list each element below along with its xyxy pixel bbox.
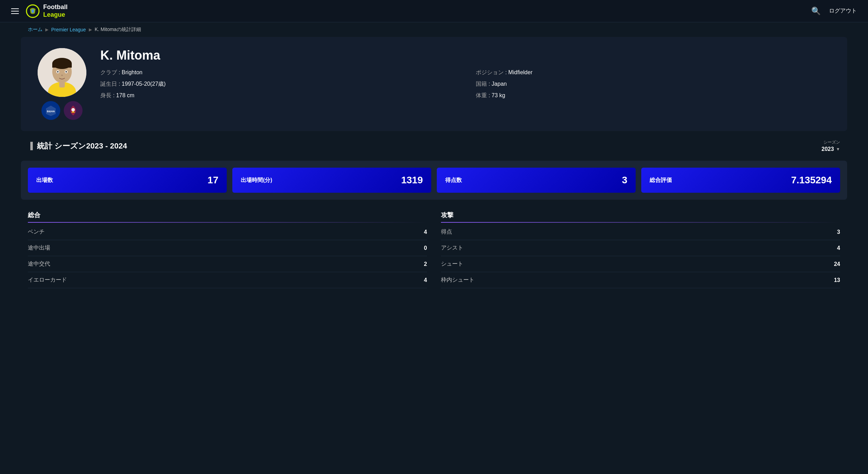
table-row: アシスト 4 xyxy=(441,240,840,256)
stat-card: 総合評価 7.135294 xyxy=(641,168,840,193)
breadcrumb-current: K. Mitomaの統計詳細 xyxy=(95,26,141,33)
breadcrumb-home[interactable]: ホーム xyxy=(28,26,42,33)
breadcrumb: ホーム ▶ Premier League ▶ K. Mitomaの統計詳細 xyxy=(0,22,868,37)
row-label: 得点 xyxy=(441,228,452,236)
season-dropdown[interactable]: 2023 ▼ xyxy=(822,146,840,152)
row-value: 4 xyxy=(424,277,427,283)
breadcrumb-sep-1: ▶ xyxy=(45,27,48,32)
player-avatar-svg xyxy=(38,48,86,97)
player-info: K. Mitoma クラブ : Brighton ポジション : Midfiel… xyxy=(100,48,830,99)
stat-cards: 出場数 17 出場時間(分) 1319 得点数 3 総合評価 7.135294 xyxy=(21,161,847,200)
stats-title: 統計 シーズン2023 - 2024 xyxy=(37,141,127,151)
stat-card-label: 出場数 xyxy=(36,177,53,184)
attack-stats-title: 攻撃 xyxy=(441,211,840,219)
player-position: ポジション : Midfielder xyxy=(476,69,830,76)
row-label: シュート xyxy=(441,260,463,268)
stats-tables: 総合 ベンチ 4 途中出場 0 途中交代 2 イエローカード 4 攻撃 得点 3… xyxy=(21,211,847,288)
logo-text: Football League xyxy=(43,3,68,18)
svg-point-11 xyxy=(61,75,63,76)
player-birthday: 誕生日 : 1997-05-20(27歳) xyxy=(100,81,455,88)
row-value: 0 xyxy=(424,245,427,251)
row-value: 3 xyxy=(837,229,840,235)
row-label: イエローカード xyxy=(28,276,67,284)
season-label: シーズン xyxy=(823,139,840,145)
row-label: 枠内シュート xyxy=(441,276,474,284)
player-clubs: B&HA xyxy=(41,101,83,120)
row-label: 途中交代 xyxy=(28,260,50,268)
hamburger-menu[interactable] xyxy=(11,8,19,14)
stat-card-label: 総合評価 xyxy=(650,177,672,184)
breadcrumb-sep-2: ▶ xyxy=(89,27,92,32)
stat-card-value: 1319 xyxy=(401,175,423,186)
stat-card: 出場数 17 xyxy=(28,168,227,193)
svg-text:B&HA: B&HA xyxy=(47,110,55,113)
table-row: 途中交代 2 xyxy=(28,256,427,272)
player-weight: 体重 : 73 kg xyxy=(476,92,830,99)
logo-icon xyxy=(26,4,40,18)
general-divider xyxy=(28,222,427,223)
brighton-badge: B&HA xyxy=(41,101,60,120)
row-label: アシスト xyxy=(441,244,463,252)
stats-section: ▐ 統計 シーズン2023 - 2024 シーズン 2023 ▼ 出場数 17 … xyxy=(21,131,847,297)
stat-card-value: 3 xyxy=(622,175,627,186)
table-row: イエローカード 4 xyxy=(28,272,427,288)
stat-card-value: 7.135294 xyxy=(791,175,832,186)
stat-card: 出場時間(分) 1319 xyxy=(232,168,431,193)
player-avatar xyxy=(38,48,86,97)
row-label: 途中出場 xyxy=(28,244,50,252)
logout-button[interactable]: ログアウト xyxy=(829,7,857,15)
row-value: 13 xyxy=(834,277,840,283)
search-button[interactable]: 🔍 xyxy=(811,7,821,16)
navbar-left: Football League xyxy=(11,3,68,18)
row-value: 24 xyxy=(834,261,840,267)
player-height: 身長 : 178 cm xyxy=(100,92,455,99)
general-stats-title: 総合 xyxy=(28,211,427,219)
chevron-down-icon: ▼ xyxy=(836,147,840,152)
player-details: クラブ : Brighton ポジション : Midfielder 誕生日 : … xyxy=(100,69,830,99)
attack-divider xyxy=(441,222,840,223)
row-value: 4 xyxy=(424,229,427,235)
logo: Football League xyxy=(26,3,68,18)
table-row: 得点 3 xyxy=(441,224,840,240)
general-stats: 総合 ベンチ 4 途中出場 0 途中交代 2 イエローカード 4 xyxy=(28,211,427,288)
navbar: Football League 🔍 ログアウト xyxy=(0,0,868,22)
breadcrumb-league[interactable]: Premier League xyxy=(51,27,86,32)
season-selector: シーズン 2023 ▼ xyxy=(822,139,840,152)
svg-point-9 xyxy=(57,71,59,72)
attack-stats: 攻撃 得点 3 アシスト 4 シュート 24 枠内シュート 13 xyxy=(441,211,840,288)
season-value-text: 2023 xyxy=(822,146,834,152)
stat-card-label: 出場時間(分) xyxy=(241,177,272,184)
svg-point-10 xyxy=(65,71,67,72)
stats-title-area: ▐ 統計 シーズン2023 - 2024 xyxy=(28,141,127,151)
table-row: 枠内シュート 13 xyxy=(441,272,840,288)
stat-card-value: 17 xyxy=(208,175,218,186)
player-club: クラブ : Brighton xyxy=(100,69,455,76)
row-label: ベンチ xyxy=(28,228,45,236)
stat-card-label: 得点数 xyxy=(445,177,462,184)
premier-league-badge xyxy=(64,101,83,120)
player-nationality: 国籍 : Japan xyxy=(476,81,830,88)
table-row: シュート 24 xyxy=(441,256,840,272)
table-row: 途中出場 0 xyxy=(28,240,427,256)
table-row: ベンチ 4 xyxy=(28,224,427,240)
player-section: B&HA K. Mitoma クラブ : Brighton xyxy=(21,37,847,131)
bar-chart-icon: ▐ xyxy=(28,142,33,150)
player-name: K. Mitoma xyxy=(100,48,830,63)
row-value: 4 xyxy=(837,245,840,251)
row-value: 2 xyxy=(424,261,427,267)
svg-rect-6 xyxy=(52,63,72,68)
stat-card: 得点数 3 xyxy=(437,168,636,193)
svg-point-15 xyxy=(71,108,75,112)
player-avatar-area: B&HA xyxy=(38,48,86,120)
navbar-right: 🔍 ログアウト xyxy=(811,7,857,16)
stats-header: ▐ 統計 シーズン2023 - 2024 シーズン 2023 ▼ xyxy=(21,139,847,152)
